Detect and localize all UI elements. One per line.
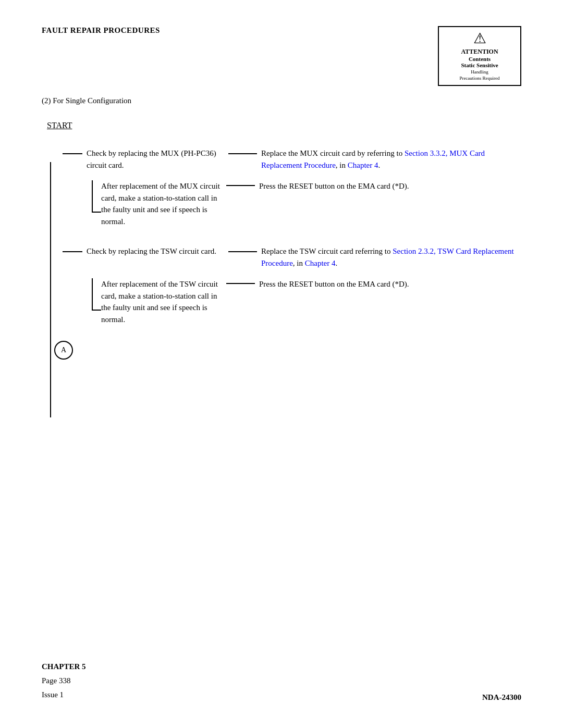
static-sensitive-label: Static Sensitive [461, 62, 498, 68]
block1-mid-line [228, 153, 257, 154]
block1-sub-right-text: Press the RESET button on the EMA card (… [255, 180, 521, 192]
flow-block-2: Check by replacing the TSW circuit card.… [63, 245, 521, 325]
block2-sub-right-text: Press the RESET button on the EMA card (… [255, 278, 521, 290]
page-header: FAULT REPAIR PROCEDURES ⚠ ATTENTION Cont… [42, 26, 521, 86]
config-line: (2) For Single Configuration [42, 96, 521, 105]
page: FAULT REPAIR PROCEDURES ⚠ ATTENTION Cont… [0, 0, 563, 728]
block1-sub-left-text: After replacement of the MUX circuit car… [101, 180, 226, 227]
block2-end-text: . [335, 259, 337, 267]
page-footer: CHAPTER 5 Page 338 Issue 1 NDA-24300 [42, 660, 521, 702]
block1-link2[interactable]: Chapter 4 [348, 161, 378, 169]
block2-sub-mid-line [226, 283, 255, 284]
attention-label: ATTENTION [445, 48, 514, 56]
block1-right-plain: Replace the MUX circuit card by referrin… [261, 149, 405, 157]
block1-top-row: Check by replacing the MUX (PH-PC36) cir… [63, 147, 521, 171]
block2-right-text: Replace the TSW circuit card referring t… [257, 245, 521, 269]
block1-h-dash [63, 153, 82, 154]
block2-top-row: Check by replacing the TSW circuit card.… [63, 245, 521, 269]
block2-h-dash [63, 251, 82, 252]
block2-mid-text: , in [293, 259, 305, 267]
page-title: FAULT REPAIR PROCEDURES [42, 26, 160, 35]
circle-a: A [54, 341, 73, 360]
block1-right-text: Replace the MUX circuit card by referrin… [257, 147, 521, 171]
block2-sub-left-text: After replacement of the TSW circuit car… [101, 278, 226, 325]
block2-right-plain: Replace the TSW circuit card referring t… [261, 247, 393, 255]
main-vertical-line [50, 162, 51, 417]
block2-sub-row: After replacement of the TSW circuit car… [63, 278, 521, 325]
block2-check-text: Check by replacing the TSW circuit card. [82, 245, 228, 257]
flow-block-1: Check by replacing the MUX (PH-PC36) cir… [63, 147, 521, 227]
block1-mid-text: , in [336, 161, 348, 169]
block1-l-bracket [82, 180, 101, 222]
contents-label: Contents [469, 56, 491, 62]
start-label: START [47, 121, 72, 130]
precautions-label: Precautions Required [459, 76, 499, 81]
block1-check-text: Check by replacing the MUX (PH-PC36) cir… [82, 147, 228, 171]
footer-chapter: CHAPTER 5 [42, 662, 86, 671]
block2-mid-line [228, 251, 257, 252]
spacer-1 [63, 227, 521, 245]
block1-sub-row: After replacement of the MUX circuit car… [63, 180, 521, 227]
block1-end-text: . [378, 161, 381, 169]
block2-link2[interactable]: Chapter 4 [305, 259, 336, 267]
static-sensitive-notice: ⚠ ATTENTION Contents Static Sensitive Ha… [438, 26, 521, 86]
footer-page: Page 338 [42, 676, 70, 685]
circle-a-wrapper: A [54, 341, 521, 360]
footer-doc-number: NDA-24300 [482, 693, 521, 702]
flowchart: Check by replacing the MUX (PH-PC36) cir… [42, 147, 521, 360]
warning-triangle-icon: ⚠ [445, 31, 514, 46]
footer-left: CHAPTER 5 Page 338 Issue 1 [42, 660, 86, 702]
footer-issue: Issue 1 [42, 690, 64, 699]
block2-l-bracket [82, 278, 101, 320]
handling-label: Handling [471, 69, 488, 75]
block1-sub-mid-line [226, 185, 255, 186]
